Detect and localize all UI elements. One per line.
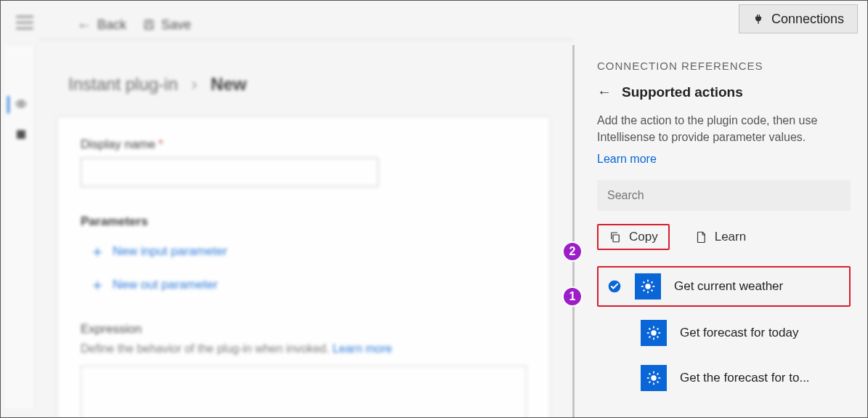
left-nav-rail	[4, 45, 35, 409]
display-name-input[interactable]	[81, 158, 378, 187]
svg-line-32	[649, 382, 650, 383]
svg-line-31	[657, 382, 659, 383]
plugin-form-panel: Display name* Parameters ＋ New input par…	[57, 116, 551, 418]
right-back-arrow-icon[interactable]: ←	[597, 84, 612, 100]
svg-point-0	[20, 103, 23, 106]
svg-line-23	[649, 337, 650, 338]
breadcrumb-current: New	[211, 74, 246, 94]
new-out-parameter-button[interactable]: ＋ New out parameter	[89, 274, 218, 296]
svg-point-25	[651, 376, 656, 381]
new-input-parameter-button[interactable]: ＋ New input parameter	[89, 241, 227, 262]
copy-icon	[609, 230, 622, 244]
action-label: Get current weather	[674, 279, 783, 294]
svg-rect-1	[17, 130, 25, 139]
svg-point-7	[645, 284, 650, 289]
learn-button[interactable]: Learn	[683, 224, 758, 250]
callout-badge-1: 1	[562, 286, 583, 307]
connections-button[interactable]: Connections	[739, 4, 858, 33]
weather-icon	[641, 320, 667, 346]
plug-icon	[753, 13, 764, 25]
svg-line-12	[643, 282, 644, 284]
copy-button[interactable]: Copy	[597, 224, 670, 250]
breadcrumb-separator-icon: ›	[191, 74, 197, 94]
svg-line-33	[657, 374, 659, 375]
svg-line-30	[649, 374, 650, 375]
expression-editor[interactable]	[81, 366, 527, 418]
right-pane-heading: CONNECTION REFERENCES	[597, 60, 851, 72]
back-arrow-icon: ←	[77, 17, 92, 33]
svg-rect-4	[146, 25, 152, 29]
right-description: Add the action to the plugin code, then …	[597, 112, 851, 145]
rail-active-indicator	[7, 96, 9, 113]
svg-line-13	[652, 290, 653, 292]
svg-point-16	[651, 331, 656, 336]
actions-list: Get current weather Get forecast for tod…	[597, 266, 851, 397]
breadcrumb: Instant plug-in › New	[68, 74, 246, 95]
svg-line-22	[657, 337, 659, 338]
pane-divider[interactable]	[572, 45, 575, 418]
svg-rect-5	[613, 235, 619, 242]
command-bar: ← Back Save	[77, 13, 564, 36]
action-label: Get forecast for today	[680, 326, 798, 340]
right-pane: CONNECTION REFERENCES ← Supported action…	[580, 39, 868, 418]
supported-actions-title: Supported actions	[622, 84, 743, 100]
action-label: Get the forecast for to...	[680, 371, 810, 385]
top-separator	[39, 39, 572, 40]
selected-check-icon	[607, 279, 622, 294]
expression-heading: Expression	[81, 322, 527, 337]
weather-icon	[635, 273, 661, 300]
expression-learn-more-link[interactable]: Learn more	[333, 342, 392, 355]
action-item-get-forecast-truncated[interactable]: Get the forecast for to...	[632, 359, 851, 397]
hamburger-menu-icon[interactable]	[16, 16, 33, 29]
breadcrumb-root[interactable]: Instant plug-in	[68, 74, 178, 94]
back-label: Back	[97, 17, 126, 33]
actions-search-input[interactable]	[597, 180, 851, 211]
plus-icon: ＋	[89, 274, 105, 296]
right-learn-more-link[interactable]: Learn more	[597, 153, 657, 166]
svg-line-21	[649, 329, 650, 330]
display-name-label: Display name*	[81, 137, 527, 152]
svg-line-15	[652, 282, 653, 284]
back-button[interactable]: ← Back	[77, 17, 126, 33]
rail-item-1-icon[interactable]	[15, 97, 28, 114]
save-button[interactable]: Save	[142, 17, 191, 33]
connections-label: Connections	[771, 12, 844, 27]
svg-line-24	[657, 329, 659, 330]
action-item-get-forecast-today[interactable]: Get forecast for today	[632, 314, 851, 352]
action-item-get-current-weather[interactable]: Get current weather	[597, 266, 851, 307]
weather-icon	[641, 365, 667, 391]
callout-badge-2: 2	[562, 241, 583, 262]
svg-rect-3	[147, 20, 151, 23]
plus-icon: ＋	[89, 241, 105, 262]
save-icon	[142, 18, 155, 31]
document-icon	[694, 230, 707, 244]
parameters-heading: Parameters	[81, 214, 527, 229]
svg-line-14	[643, 290, 644, 292]
expression-description: Define the behavior of the plug-in when …	[81, 342, 527, 355]
required-indicator: *	[158, 137, 163, 151]
rail-item-2-icon[interactable]	[15, 128, 28, 145]
save-label: Save	[161, 17, 191, 33]
